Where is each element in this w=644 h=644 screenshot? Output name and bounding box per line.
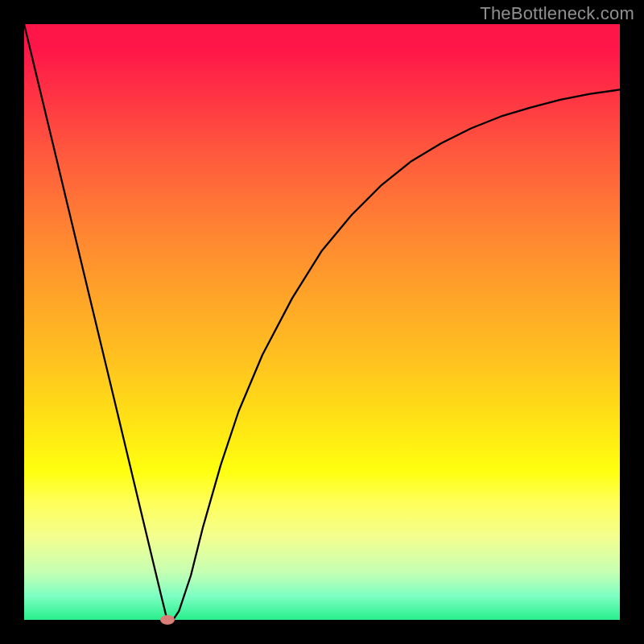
bottleneck-curve bbox=[24, 24, 620, 620]
plot-area bbox=[24, 24, 620, 620]
watermark-text: TheBottleneck.com bbox=[480, 3, 634, 24]
optimum-marker bbox=[160, 615, 175, 625]
curve-svg bbox=[24, 24, 620, 620]
chart-container: TheBottleneck.com bbox=[0, 0, 644, 644]
